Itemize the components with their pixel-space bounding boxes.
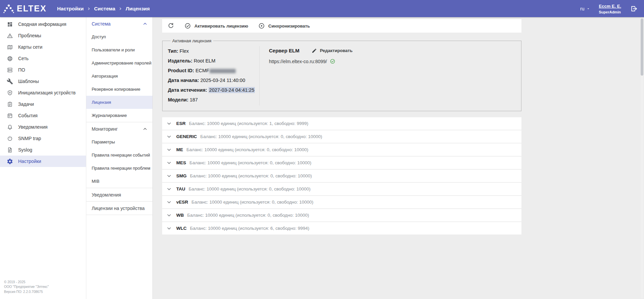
license-row-balance: Баланс: 10000 единиц (используется: 6, с… xyxy=(190,226,309,231)
synchronize-button[interactable]: Синхронизировать xyxy=(258,23,310,29)
license-row[interactable]: ESR Баланс: 10000 единиц (используется: … xyxy=(162,117,521,130)
sidebar-item-network[interactable]: Сеть xyxy=(0,53,86,64)
language-selector[interactable]: ru xyxy=(580,6,590,11)
company-name: ООО "Предприятие "Элтекс" xyxy=(4,285,82,290)
settings-submenu: Система Доступ Пользователи и роли Админ… xyxy=(86,17,153,299)
submenu-item-authorization[interactable]: Авторизация xyxy=(86,70,152,83)
license-row[interactable]: ME Баланс: 10000 единиц (используется: 0… xyxy=(162,143,521,156)
submenu-item-access[interactable]: Доступ xyxy=(86,30,152,43)
redacted-blur xyxy=(210,69,236,73)
active-license-legend: Активная лицензия xyxy=(171,38,213,43)
vertical-scrollbar[interactable] xyxy=(641,18,643,298)
success-check-icon xyxy=(330,58,335,64)
chevron-down-icon xyxy=(166,160,172,166)
sidebar-item-tasks[interactable]: Задачи xyxy=(0,98,86,110)
license-field-type: Тип:Flex xyxy=(168,48,259,54)
license-row-balance: Баланс: 10000 единиц (используется: 0, с… xyxy=(189,160,311,165)
sidebar-item-snmp-trap[interactable]: SNMP trap xyxy=(0,133,86,144)
submenu-item-backup[interactable]: Резервное копирование xyxy=(86,83,152,96)
device-init-icon xyxy=(7,90,13,96)
sidebar-item-label: SNMP trap xyxy=(18,136,41,141)
sidebar-item-label: Шаблоны xyxy=(18,79,39,84)
breadcrumb-system[interactable]: Система xyxy=(94,6,115,11)
submenu-item-event-rules[interactable]: Правила генерации событий xyxy=(86,148,152,162)
submenu-section-notifications[interactable]: Уведомления xyxy=(86,188,152,201)
sidebar-item-label: Карты сети xyxy=(18,44,42,50)
license-row[interactable]: SMG Баланс: 10000 единиц (используется: … xyxy=(162,170,521,182)
eltex-logo-mark-icon xyxy=(3,4,14,14)
submenu-section-monitoring[interactable]: Мониторинг xyxy=(86,122,152,135)
sidebar-item-summary[interactable]: Сводная информация xyxy=(0,18,86,30)
sidebar-item-network-maps[interactable]: Карты сети xyxy=(0,41,86,53)
submenu-item-parameters[interactable]: Параметры xyxy=(86,135,152,148)
license-balance-list: ESR Баланс: 10000 единиц (используется: … xyxy=(162,117,521,234)
sidebar-item-label: Инициализация устройств xyxy=(18,90,76,95)
license-row-name: ESR xyxy=(176,121,186,126)
license-row[interactable]: MES Баланс: 10000 единиц (используется: … xyxy=(162,157,521,169)
sidebar-item-events[interactable]: События xyxy=(0,110,86,121)
chevron-down-icon xyxy=(166,121,172,126)
activate-license-label: Активировать лицензию xyxy=(194,24,248,29)
submenu-item-license[interactable]: Лицензия xyxy=(86,96,152,109)
chevron-up-icon xyxy=(142,21,148,27)
sidebar-item-label: Сеть xyxy=(18,56,29,61)
top-bar: ELTEX Настройки Система Лицензия ru Eccm… xyxy=(0,0,644,17)
network-map-icon xyxy=(7,44,13,50)
submenu-item-mib[interactable]: MIB xyxy=(86,175,152,188)
dashboard-icon xyxy=(7,21,13,28)
sidebar-item-label: Настройки xyxy=(18,159,41,164)
license-row-balance: Баланс: 10000 единиц (используется: 0, с… xyxy=(187,213,309,218)
license-field-issuer: Издатель:Root ELM xyxy=(168,57,259,64)
user-name-link[interactable]: Eccm E. E. xyxy=(599,4,621,9)
edit-server-button[interactable]: Редактировать xyxy=(312,48,353,53)
license-field-expiry-date: Дата истечения:2027-03-24 04:41:25 xyxy=(168,87,259,93)
sidebar-item-label: Syslog xyxy=(18,147,32,153)
sync-circle-icon xyxy=(258,23,265,29)
license-row[interactable]: TAU Баланс: 10000 единиц (используется: … xyxy=(162,183,521,195)
elm-server-url: https://elm.eltex-co.ru:8099/ xyxy=(269,59,327,64)
submenu-item-problem-rules[interactable]: Правила генерации проблем xyxy=(86,162,152,175)
sidebar-item-problems[interactable]: Проблемы xyxy=(0,30,86,41)
license-row[interactable]: WB Баланс: 10000 единиц (используется: 0… xyxy=(162,209,521,221)
submenu-item-logging[interactable]: Журналирование xyxy=(86,109,152,122)
main-content: Активировать лицензию Синхронизировать А… xyxy=(153,17,644,299)
license-row[interactable]: vESR Баланс: 10000 единиц (используется:… xyxy=(162,196,521,208)
chevron-right-icon xyxy=(119,7,122,11)
sidebar-item-label: Задачи xyxy=(18,101,34,107)
license-row[interactable]: WLC Баланс: 10000 единиц (используется: … xyxy=(162,222,521,234)
license-details: Тип:Flex Издатель:Root ELM Product ID:EC… xyxy=(168,44,259,106)
submenu-section-device-licenses[interactable]: Лицензии на устройства xyxy=(86,202,152,215)
submenu-item-password-admin[interactable]: Администрирование паролей xyxy=(86,56,152,70)
snmp-trap-icon xyxy=(7,135,13,142)
submenu-item-users-roles[interactable]: Пользователи и роли xyxy=(86,43,152,56)
sidebar-item-device-init[interactable]: Инициализация устройств xyxy=(0,87,86,98)
sidebar-item-templates[interactable]: Шаблоны xyxy=(0,76,86,87)
software-version: Версия ПО: 2.2.0.708675 xyxy=(4,290,82,295)
sidebar-item-software[interactable]: ПО xyxy=(0,64,86,76)
license-row-name: ME xyxy=(176,147,183,152)
refresh-button[interactable] xyxy=(168,23,174,29)
language-value: ru xyxy=(580,6,584,11)
license-row[interactable]: GENERIC Баланс: 10000 единиц (использует… xyxy=(162,130,521,143)
sidebar-item-notifications[interactable]: Уведомления xyxy=(0,121,86,133)
license-field-models: Модели:187 xyxy=(168,96,259,103)
copyright: © 2019 - 2025 xyxy=(4,280,82,285)
license-field-product-id: Product ID:ECMF xyxy=(168,67,259,74)
license-row-name: MES xyxy=(176,160,186,165)
bell-icon xyxy=(7,124,13,130)
license-row-name: TAU xyxy=(176,186,185,191)
chevron-down-icon xyxy=(166,134,172,139)
submenu-section-label: Система xyxy=(92,21,110,27)
breadcrumb-license[interactable]: Лицензия xyxy=(126,6,150,11)
license-row-name: GENERIC xyxy=(176,134,197,139)
submenu-section-system[interactable]: Система xyxy=(86,17,152,30)
license-row-name: WLC xyxy=(176,226,187,231)
breadcrumb-settings[interactable]: Настройки xyxy=(57,6,84,11)
scrollbar-thumb[interactable] xyxy=(641,18,643,76)
sidebar-item-syslog[interactable]: Syslog xyxy=(0,144,86,156)
activate-license-button[interactable]: Активировать лицензию xyxy=(184,23,248,29)
separator xyxy=(86,215,152,215)
sidebar-item-settings[interactable]: Настройки xyxy=(0,156,86,167)
logout-button[interactable] xyxy=(629,3,639,14)
brand-text: ELTEX xyxy=(17,4,47,13)
